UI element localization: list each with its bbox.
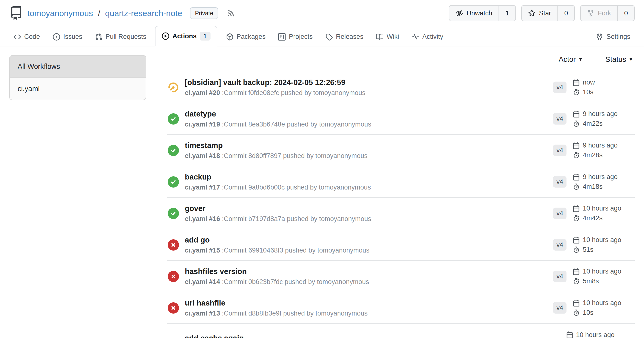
run-when: 10 hours ago (573, 299, 621, 307)
run-title-link[interactable]: [obsidian] vault backup: 2024-02-05 12:2… (185, 78, 553, 87)
tab-releases-label: Releases (336, 33, 364, 40)
workflow-sidebar: All Workflows ci.yaml (9, 55, 146, 100)
run-when-text: 9 hours ago (583, 173, 618, 181)
status-failure-icon (168, 239, 179, 251)
run-commit-message: :Commit 8ea3b6748e pushed by tomoyanonym… (222, 121, 372, 128)
calendar-icon (573, 79, 580, 86)
run-when: 10 hours ago (573, 268, 621, 275)
header-actions: Unwatch 1 Star 0 Fork 0 (449, 5, 635, 21)
run-version-badge: v4 (553, 302, 566, 314)
run-meta: v4 10 hours ago 51s (553, 236, 634, 254)
tools-icon (596, 33, 603, 40)
run-meta: v4 10 hours ago 4m42s (553, 205, 634, 222)
run-title-link[interactable]: gover (185, 204, 553, 213)
calendar-icon (573, 268, 580, 275)
run-main: url hashfile ci.yaml #13 :Commit d8b8fb3… (185, 299, 553, 317)
tab-activity-label: Activity (422, 33, 443, 40)
run-title-link[interactable]: add cache again (185, 334, 553, 338)
run-workflow-ref: ci.yaml #13 (185, 310, 220, 317)
run-when-text: 10 hours ago (583, 236, 621, 244)
run-title-link[interactable]: url hashfile (185, 299, 553, 308)
run-row: url hashfile ci.yaml #13 :Commit d8b8fb3… (167, 292, 635, 324)
status-running-icon (168, 82, 179, 93)
run-row: add go ci.yaml #15 :Commit 69910468f3 pu… (167, 229, 635, 261)
tab-projects[interactable]: Projects (274, 28, 316, 46)
pull-request-icon (95, 33, 102, 40)
star-button[interactable]: Star (522, 6, 558, 21)
run-when-text: 10 hours ago (583, 205, 621, 212)
run-commit-message: :Commit f0fde08efc pushed by tomoyanonym… (222, 89, 366, 96)
sidebar-item-all-workflows[interactable]: All Workflows (10, 56, 146, 78)
fork-icon (587, 9, 594, 17)
status-success-icon (168, 208, 179, 219)
calendar-icon (566, 332, 573, 338)
tab-actions-label: Actions (172, 32, 196, 40)
status-failure-icon (168, 302, 179, 314)
fork-button[interactable]: Fork (581, 6, 617, 21)
tab-code-label: Code (24, 33, 40, 40)
fork-count[interactable]: 0 (617, 6, 634, 21)
stopwatch-icon (573, 310, 580, 316)
tab-wiki[interactable]: Wiki (372, 28, 403, 46)
actor-filter-label: Actor (559, 55, 576, 63)
run-when: 9 hours ago (573, 142, 618, 149)
run-version-badge: v4 (553, 239, 566, 251)
run-meta: v4 9 hours ago 4m28s (553, 142, 634, 159)
tab-activity[interactable]: Activity (408, 28, 447, 46)
run-commit-message: :Commit 69910468f3 pushed by tomoyanonym… (222, 247, 370, 254)
eye-slash-icon (456, 9, 463, 17)
fork-label: Fork (598, 9, 611, 17)
tab-actions[interactable]: Actions 1 (155, 26, 217, 46)
run-title-link[interactable]: backup (185, 173, 553, 181)
tab-settings[interactable]: Settings (592, 28, 634, 46)
run-main: hashfiles version ci.yaml #14 :Commit 0b… (185, 267, 553, 286)
run-when: 10 hours ago (573, 205, 621, 212)
run-duration-text: 51s (583, 246, 594, 254)
run-workflow-ref: ci.yaml #16 (185, 215, 220, 222)
run-list-panel: Actor ▾ Status ▾ [obsidian] vault backup… (167, 52, 635, 338)
tab-releases[interactable]: Releases (322, 28, 368, 46)
tab-projects-label: Projects (289, 33, 313, 40)
run-duration-text: 5m8s (583, 277, 599, 285)
actor-filter-dropdown[interactable]: Actor ▾ (559, 55, 582, 63)
stopwatch-icon (573, 120, 580, 127)
watch-count[interactable]: 1 (498, 6, 516, 21)
unwatch-button[interactable]: Unwatch (450, 6, 498, 21)
run-main: add go ci.yaml #15 :Commit 69910468f3 pu… (185, 236, 553, 254)
tab-pull-requests[interactable]: Pull Requests (91, 28, 150, 46)
run-duration-text: 10s (583, 88, 594, 96)
run-main: add cache again (185, 334, 553, 338)
run-when-text: now (583, 79, 595, 86)
sidebar-item-ci-yaml[interactable]: ci.yaml (10, 78, 146, 100)
visibility-badge: Private (190, 7, 218, 19)
star-label: Star (539, 9, 551, 17)
run-meta: v4 9 hours ago 4m22s (553, 110, 634, 128)
book-icon (376, 33, 383, 40)
status-success-icon (168, 113, 179, 125)
run-main: [obsidian] vault backup: 2024-02-05 12:2… (185, 78, 553, 97)
repo-owner-link[interactable]: tomoyanonymous (28, 8, 93, 18)
tab-packages[interactable]: Packages (222, 28, 270, 46)
run-title-link[interactable]: timestamp (185, 141, 553, 150)
run-version-badge: v4 (553, 176, 566, 187)
run-row: timestamp ci.yaml #18 :Commit 8d80ff7897… (167, 135, 635, 166)
run-workflow-ref: ci.yaml #20 (185, 89, 220, 96)
run-title-link[interactable]: datetype (185, 110, 553, 118)
stopwatch-icon (573, 246, 580, 253)
calendar-icon (573, 300, 580, 307)
run-version-badge: v4 (553, 82, 566, 93)
chevron-down-icon: ▾ (579, 56, 582, 62)
repo-name-link[interactable]: quartz-research-note (105, 8, 182, 18)
tab-code[interactable]: Code (10, 28, 44, 46)
run-meta: v4 9 hours ago 4m18s (553, 173, 634, 190)
run-subtitle: ci.yaml #17 :Commit 9a8bd6b00c pushed by… (185, 184, 553, 191)
tab-issues[interactable]: Issues (49, 28, 86, 46)
star-count[interactable]: 0 (558, 6, 574, 21)
status-filter-dropdown[interactable]: Status ▾ (605, 55, 632, 63)
run-meta: v4 10 hours ago 10s (553, 299, 634, 317)
run-times: now 10s (573, 79, 595, 96)
rss-icon[interactable] (226, 9, 235, 17)
run-title-link[interactable]: add go (185, 236, 553, 244)
run-subtitle: ci.yaml #15 :Commit 69910468f3 pushed by… (185, 247, 553, 254)
run-title-link[interactable]: hashfiles version (185, 267, 553, 276)
